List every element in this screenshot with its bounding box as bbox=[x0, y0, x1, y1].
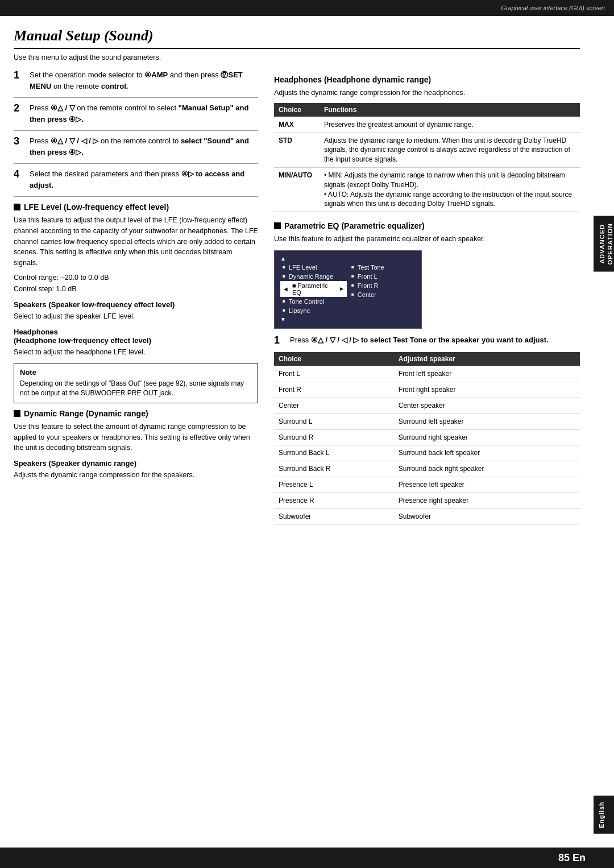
table-header-functions: Functions bbox=[320, 103, 580, 117]
step-2: 2 Press ④△ / ▽ on the remote control to … bbox=[14, 102, 258, 125]
eq-speaker-front-r: Front right speaker bbox=[394, 382, 580, 398]
divider-2 bbox=[14, 130, 258, 131]
eq-speaker-surround-l: Surround left speaker bbox=[394, 414, 580, 429]
eq-choice-center: Center bbox=[274, 398, 394, 414]
note-title: Note bbox=[20, 368, 252, 377]
eq-speaker-front-l: Front left speaker bbox=[394, 366, 580, 382]
dynamic-range-section: Dynamic Range (Dynamic range) Use this f… bbox=[14, 409, 258, 481]
eq-speaker-surround-back-l: Surround back left speaker bbox=[394, 445, 580, 461]
gui-screen: ▲ ■ LFE Level ■ Dynamic Range bbox=[274, 250, 422, 329]
step-4-number: 4 bbox=[14, 168, 25, 181]
top-bar-text: Graphical user interface (GUI) screen bbox=[501, 5, 605, 11]
parametric-eq-title: Parametric EQ (Parametric equalizer) bbox=[274, 221, 580, 230]
eq-choice-surround-back-r: Surround Back R bbox=[274, 461, 394, 477]
table-row: Front L Front left speaker bbox=[274, 366, 580, 382]
table-row: Surround Back L Surround back left speak… bbox=[274, 445, 580, 461]
step-4: 4 Select the desired parameters and then… bbox=[14, 168, 258, 191]
gui-item-front-l: ■ Front L bbox=[349, 272, 416, 281]
parametric-eq-body: Use this feature to adjust the parametri… bbox=[274, 234, 580, 245]
two-column-layout: 1 Set the operation mode selector to ④AM… bbox=[14, 69, 580, 529]
table-row: STD Adjusts the dynamic range to medium.… bbox=[274, 133, 580, 167]
function-max: Preserves the greatest amount of dynamic… bbox=[320, 117, 580, 133]
eq-speaker-subwoofer: Subwoofer bbox=[394, 509, 580, 524]
eq-table-header-speaker: Adjusted speaker bbox=[394, 352, 580, 366]
speakers-dynamic-range-body: Adjusts the dynamic range compression fo… bbox=[14, 470, 258, 481]
step-3-number: 3 bbox=[14, 135, 25, 148]
choice-std: STD bbox=[274, 133, 320, 167]
parametric-eq-step-1: 1 Press ④△ / ▽ / ◁ / ▷ to select Test To… bbox=[274, 334, 580, 347]
gui-col-left: ■ LFE Level ■ Dynamic Range ◄ ■ Parametr… bbox=[280, 263, 347, 315]
gui-item-lfe: ■ LFE Level bbox=[280, 263, 347, 272]
dynamic-range-table: Choice Functions MAX Preserves the great… bbox=[274, 103, 580, 212]
right-column: Headphones (Headphone dynamic range) Adj… bbox=[274, 69, 580, 529]
eq-speaker-surround-back-r: Surround back right speaker bbox=[394, 461, 580, 477]
divider-4 bbox=[14, 196, 258, 197]
table-row: Front R Front right speaker bbox=[274, 382, 580, 398]
eq-choice-surround-r: Surround R bbox=[274, 429, 394, 445]
speakers-lfe-body: Select to adjust the speaker LFE level. bbox=[14, 311, 258, 322]
gui-item-parametric-eq: ◄ ■ Parametric EQ ► bbox=[280, 281, 347, 297]
eq-speaker-center: Center speaker bbox=[394, 398, 580, 414]
step-3-text: Press ④△ / ▽ / ◁ / ▷ on the remote contr… bbox=[30, 135, 258, 158]
table-row: MIN/AUTO • MIN: Adjusts the dynamic rang… bbox=[274, 167, 580, 212]
gui-screen-arrow-down: ▼ bbox=[280, 316, 416, 323]
table-row: Surround L Surround left speaker bbox=[274, 414, 580, 429]
step-1-number: 1 bbox=[14, 69, 25, 82]
parametric-eq-section: Parametric EQ (Parametric equalizer) Use… bbox=[274, 221, 580, 524]
page-number-bar: 85 En bbox=[0, 848, 614, 868]
table-row: Surround R Surround right speaker bbox=[274, 429, 580, 445]
lfe-control-range: Control range: –20.0 to 0.0 dB Control s… bbox=[14, 272, 258, 295]
parametric-eq-table: Choice Adjusted speaker Front L Front le… bbox=[274, 352, 580, 524]
choice-minauto: MIN/AUTO bbox=[274, 167, 320, 212]
bullet-square-2-icon bbox=[14, 410, 20, 417]
note-box: Note Depending on the settings of "Bass … bbox=[14, 363, 258, 403]
choice-max: MAX bbox=[274, 117, 320, 133]
gui-screen-arrow: ▲ bbox=[280, 255, 416, 262]
note-body: Depending on the settings of "Bass Out" … bbox=[20, 379, 252, 398]
top-bar: Graphical user interface (GUI) screen bbox=[0, 0, 614, 16]
eq-speaker-surround-r: Surround right speaker bbox=[394, 429, 580, 445]
step-4-text: Select the desired parameters and then p… bbox=[30, 168, 258, 191]
headphones-lfe-title: Headphones(Headphone low-frequency effec… bbox=[14, 328, 258, 345]
eq-choice-subwoofer: Subwoofer bbox=[274, 509, 394, 524]
headphones-dynamic-range-body: Adjusts the dynamic range compression fo… bbox=[274, 88, 580, 98]
parametric-eq-step-text: Press ④△ / ▽ / ◁ / ▷ to select Test Tone… bbox=[290, 334, 549, 346]
bullet-square-3-icon bbox=[274, 222, 281, 229]
eq-choice-presence-l: Presence L bbox=[274, 477, 394, 493]
lfe-level-body: Use this feature to adjust the output le… bbox=[14, 215, 258, 268]
eq-speaker-presence-r: Presence right speaker bbox=[394, 493, 580, 509]
gui-item-test-tone: ■ Test Tone bbox=[349, 263, 416, 272]
main-content: Manual Setup (Sound) Use this menu to ad… bbox=[0, 16, 594, 540]
step-2-text: Press ④△ / ▽ on the remote control to se… bbox=[30, 102, 258, 125]
table-row: MAX Preserves the greatest amount of dyn… bbox=[274, 117, 580, 133]
parametric-eq-step-num: 1 bbox=[274, 334, 285, 347]
page-number: 85 En bbox=[558, 852, 586, 864]
speakers-dynamic-range-title: Speakers (Speaker dynamic range) bbox=[14, 459, 258, 468]
table-header-choice: Choice bbox=[274, 103, 320, 117]
step-3: 3 Press ④△ / ▽ / ◁ / ▷ on the remote con… bbox=[14, 135, 258, 158]
eq-choice-surround-back-l: Surround Back L bbox=[274, 445, 394, 461]
eq-table-header-choice: Choice bbox=[274, 352, 394, 366]
side-tab: ADVANCED OPERATION bbox=[594, 216, 614, 272]
function-minauto: • MIN: Adjusts the dynamic range to narr… bbox=[320, 167, 580, 212]
gui-col-right: ■ Test Tone ■ Front L ■ Front R bbox=[349, 263, 416, 315]
speakers-lfe-title: Speakers (Speaker low-frequency effect l… bbox=[14, 300, 258, 309]
step-1: 1 Set the operation mode selector to ④AM… bbox=[14, 69, 258, 92]
bullet-square-icon bbox=[14, 204, 20, 210]
page-title: Manual Setup (Sound) bbox=[14, 27, 580, 49]
eq-choice-front-l: Front L bbox=[274, 366, 394, 382]
table-row: Surround Back R Surround back right spea… bbox=[274, 461, 580, 477]
lfe-level-title: LFE Level (Low-frequency effect level) bbox=[14, 202, 258, 212]
divider-1 bbox=[14, 97, 258, 98]
step-2-number: 2 bbox=[14, 102, 25, 115]
language-tab: English bbox=[594, 796, 614, 834]
gui-item-front-r: ■ Front R bbox=[349, 281, 416, 290]
table-row: Subwoofer Subwoofer bbox=[274, 509, 580, 524]
headphones-lfe-body: Select to adjust the headphone LFE level… bbox=[14, 347, 258, 358]
eq-choice-surround-l: Surround L bbox=[274, 414, 394, 429]
lfe-level-section: LFE Level (Low-frequency effect level) U… bbox=[14, 202, 258, 403]
eq-choice-front-r: Front R bbox=[274, 382, 394, 398]
table-row: Presence R Presence right speaker bbox=[274, 493, 580, 509]
divider-3 bbox=[14, 163, 258, 164]
gui-item-lipsync: ■ Lipsync bbox=[280, 306, 347, 315]
